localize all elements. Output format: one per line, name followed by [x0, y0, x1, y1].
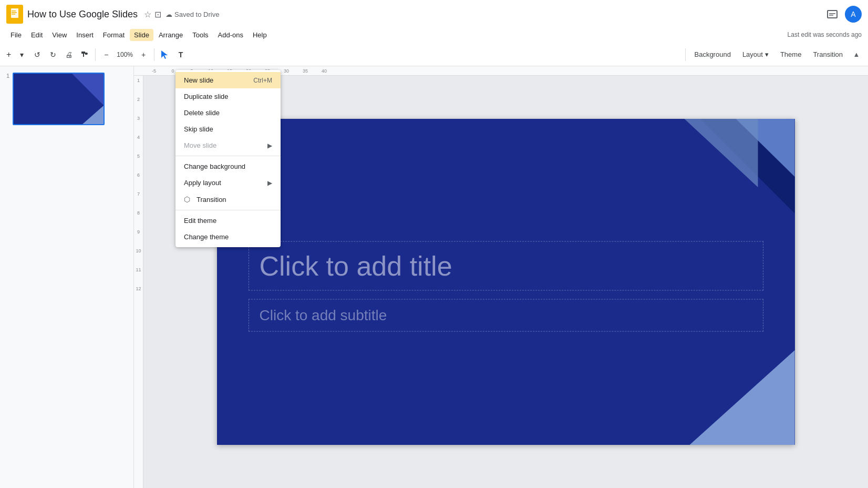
ruler-left: 1 2 3 4 5 6 7 8 9 10 11 12 — [134, 76, 143, 488]
slide-subtitle-text: Click to add subtitle — [260, 307, 387, 323]
tri-bottom — [690, 350, 795, 445]
slide-thumbnail-1[interactable] — [13, 73, 105, 125]
ruler-mark: 35 — [296, 68, 315, 74]
move-slide-label: Move slide — [184, 141, 216, 149]
zoom-out-btn[interactable]: − — [99, 47, 113, 62]
menu-apply-layout[interactable]: Apply layout ▶ — [175, 175, 281, 191]
slide-item-1[interactable]: 1 — [4, 70, 129, 127]
slide-title-box[interactable]: Click to add title — [249, 241, 763, 291]
transition-icon: ⬡ — [184, 195, 192, 204]
menu-help[interactable]: Help — [249, 29, 271, 41]
menu-file[interactable]: File — [6, 29, 26, 41]
title-icons: ☆ ⊡ — [144, 9, 161, 19]
account-button[interactable]: A — [845, 6, 862, 23]
app-icon — [6, 5, 23, 24]
print-btn[interactable]: 🖨 — [61, 47, 76, 62]
collapse-toolbar-btn[interactable]: ▲ — [849, 47, 864, 62]
saved-status: ☁ Saved to Drive — [166, 11, 219, 18]
new-slide-label: New slide — [184, 76, 213, 84]
theme-btn[interactable]: Theme — [775, 48, 807, 60]
ruler-mark: 40 — [315, 68, 334, 74]
comments-button[interactable] — [824, 6, 841, 23]
main-content: 1 -5 0 5 10 15 20 25 30 — [0, 66, 868, 488]
undo-btn[interactable]: ↺ — [30, 47, 45, 62]
slide-number-1: 1 — [6, 73, 9, 79]
slide-canvas[interactable]: Click to add title Click to add subtitle — [217, 119, 795, 445]
svg-rect-0 — [11, 8, 18, 18]
zoom-in-btn[interactable]: + — [136, 47, 151, 62]
ruler-mark: -5 — [144, 68, 163, 74]
deco-bottom-right — [690, 350, 795, 445]
toolbar-dropdown-btn[interactable]: ▾ — [14, 47, 29, 62]
menu-move-slide: Move slide ▶ — [175, 137, 281, 154]
divider-2 — [154, 48, 154, 61]
dropdown-divider-2 — [175, 210, 281, 210]
duplicate-slide-label: Duplicate slide — [184, 93, 229, 100]
svg-rect-4 — [829, 13, 835, 14]
menu-change-theme[interactable]: Change theme — [175, 229, 281, 245]
paint-format-btn[interactable] — [77, 47, 92, 62]
slide-subtitle-box[interactable]: Click to add subtitle — [249, 299, 763, 332]
slide-title-text: Click to add title — [260, 251, 452, 281]
transition-menu-label: Transition — [197, 196, 226, 204]
text-btn[interactable]: T — [173, 47, 188, 62]
svg-rect-1 — [12, 11, 16, 12]
apply-layout-arrow: ▶ — [267, 179, 272, 187]
menu-insert[interactable]: Insert — [72, 29, 98, 41]
divider-3 — [685, 48, 686, 61]
tri-mid — [685, 119, 758, 187]
menu-format[interactable]: Format — [99, 29, 129, 41]
menu-addons[interactable]: Add-ons — [214, 29, 247, 41]
change-theme-label: Change theme — [184, 233, 229, 241]
thumb-decoration-1 — [72, 74, 104, 105]
folder-icon[interactable]: ⊡ — [154, 9, 161, 19]
theme-label: Theme — [780, 50, 801, 58]
dropdown-divider-1 — [175, 156, 281, 156]
svg-rect-3 — [12, 14, 15, 15]
divider-1 — [95, 48, 96, 61]
slide-content-area: Click to add title Click to add subtitle — [249, 241, 763, 332]
redo-btn[interactable]: ↻ — [46, 47, 60, 62]
star-icon[interactable]: ☆ — [144, 9, 151, 19]
app-window: How to Use Google Slides ☆ ⊡ ☁ Saved to … — [0, 0, 868, 488]
slide-dropdown-menu: New slide Ctrl+M Duplicate slide Delete … — [175, 70, 281, 247]
menu-duplicate-slide[interactable]: Duplicate slide — [175, 88, 281, 105]
edit-theme-label: Edit theme — [184, 217, 216, 225]
new-slide-shortcut: Ctrl+M — [253, 77, 272, 84]
menu-arrange[interactable]: Arrange — [154, 29, 187, 41]
toolbar: + ▾ ↺ ↻ 🖨 − 100% + T Background Layout — [0, 43, 868, 66]
layout-label: Layout — [742, 50, 763, 58]
layout-btn[interactable]: Layout ▾ — [737, 48, 774, 60]
menu-view[interactable]: View — [48, 29, 71, 41]
move-slide-arrow: ▶ — [267, 142, 272, 149]
document-title: How to Use Google Slides — [27, 9, 138, 20]
svg-rect-5 — [829, 15, 833, 16]
background-btn[interactable]: Background — [689, 48, 736, 60]
background-label: Background — [694, 50, 730, 58]
slides-panel: 1 — [0, 66, 134, 488]
transition-label: Transition — [813, 50, 843, 58]
menu-edit[interactable]: Edit — [27, 29, 47, 41]
cursor-btn[interactable] — [158, 47, 172, 62]
menu-new-slide[interactable]: New slide Ctrl+M — [175, 72, 281, 88]
menu-delete-slide[interactable]: Delete slide — [175, 105, 281, 121]
add-slide-btn[interactable]: + — [4, 47, 13, 62]
menu-tools[interactable]: Tools — [188, 29, 212, 41]
menu-skip-slide[interactable]: Skip slide — [175, 121, 281, 137]
last-edit-text: Last edit was seconds ago — [788, 31, 862, 38]
menu-edit-theme[interactable]: Edit theme — [175, 212, 281, 229]
transition-btn[interactable]: Transition — [808, 48, 848, 60]
zoom-level: 100% — [115, 51, 135, 58]
menu-slide[interactable]: Slide — [130, 29, 153, 41]
change-background-label: Change background — [184, 162, 245, 170]
skip-slide-label: Skip slide — [184, 125, 213, 133]
layout-arrow-icon: ▾ — [765, 50, 769, 58]
menu-transition[interactable]: ⬡ Transition — [175, 191, 281, 208]
apply-layout-label: Apply layout — [184, 179, 221, 187]
thumb-decoration-2 — [82, 106, 104, 124]
title-bar: How to Use Google Slides ☆ ⊡ ☁ Saved to … — [0, 0, 868, 26]
menu-bar: File Edit View Insert Format Slide Arran… — [0, 26, 868, 43]
menu-change-background[interactable]: Change background — [175, 158, 281, 175]
delete-slide-label: Delete slide — [184, 109, 220, 117]
cloud-icon: ☁ — [166, 11, 172, 18]
